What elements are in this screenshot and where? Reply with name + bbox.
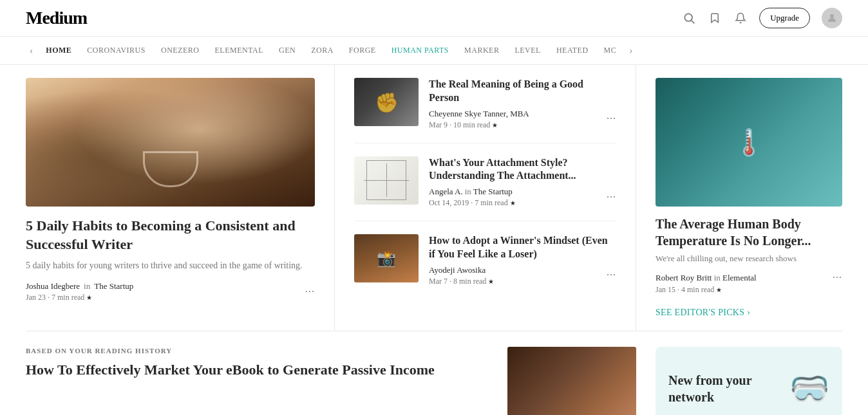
- featured-more-button[interactable]: ···: [305, 286, 315, 298]
- featured-star-icon: ★: [86, 294, 92, 301]
- article-author-line-2: Angela A. in The Startup: [429, 187, 516, 197]
- bottom-right: New from your network 🥽: [636, 347, 842, 415]
- article-row-meta-3: Ayodeji Awosika Mar 7 · 8 min read ★ ···: [429, 265, 616, 286]
- nav-item-gen[interactable]: GEN: [272, 43, 302, 58]
- article-thumbnail-2[interactable]: [354, 156, 419, 205]
- featured-hero-image[interactable]: [26, 78, 315, 207]
- article-row-content-2: What's Your Attachment Style? Understand…: [429, 156, 616, 208]
- svg-line-1: [692, 21, 695, 24]
- featured-article-section: 5 Daily Habits to Becoming a Consistent …: [26, 65, 335, 331]
- article-more-3[interactable]: ···: [607, 270, 616, 281]
- right-author-info: Robert Roy Britt in Elemental: [656, 273, 757, 283]
- featured-meta-details: Jan 23 · 7 min read ★: [26, 293, 133, 302]
- right-article-subtitle: We're all chilling out, new research sho…: [656, 253, 842, 264]
- bottom-article: BASED ON YOUR READING HISTORY How To Eff…: [26, 347, 507, 415]
- main-content: 5 Daily Habits to Becoming a Consistent …: [0, 65, 868, 331]
- article-row: The Real Meaning of Being a Good Person …: [354, 78, 616, 143]
- article-pub-2[interactable]: The Startup: [473, 187, 513, 196]
- nav-item-home[interactable]: HOME: [39, 43, 78, 58]
- hero-image-decoration: [26, 78, 315, 207]
- header-actions: Upgrade: [682, 8, 842, 28]
- nav-item-mc[interactable]: MC: [598, 43, 623, 58]
- reading-history-label: BASED ON YOUR READING HISTORY: [26, 347, 488, 355]
- right-publication[interactable]: Elemental: [722, 273, 757, 282]
- article-row: How to Adopt a Winner's Mindset (Even if…: [354, 234, 616, 299]
- right-in-text: in: [714, 273, 722, 282]
- article-row-meta-2: Angela A. in The Startup Oct 14, 2019 · …: [429, 187, 616, 208]
- nav-item-level[interactable]: LEVEL: [508, 43, 547, 58]
- article-row: What's Your Attachment Style? Understand…: [354, 156, 616, 222]
- featured-article-meta: Joshua Idegbere in The Startup Jan 23 · …: [26, 281, 315, 302]
- svg-point-2: [830, 14, 834, 18]
- right-meta-line: Jan 15 · 4 min read ★: [656, 285, 842, 295]
- article-thumbnail-1[interactable]: [354, 78, 419, 126]
- search-icon[interactable]: [682, 11, 696, 25]
- nav-item-marker[interactable]: MARKER: [458, 43, 505, 58]
- article-author-3[interactable]: Ayodeji Awosika: [429, 265, 494, 275]
- article-author-1[interactable]: Cheyenne Skye Tanner, MBA: [429, 109, 529, 119]
- article-date-1: Mar 9 · 10 min read ★: [429, 120, 529, 130]
- new-network-title: New from your network: [668, 372, 789, 405]
- notification-icon[interactable]: [733, 11, 748, 25]
- attachment-chart: [354, 156, 419, 205]
- featured-publication[interactable]: The Startup: [94, 281, 133, 291]
- see-editors-picks-link[interactable]: SEE EDITOR'S PICKS ›: [656, 308, 842, 318]
- cross-vertical: [386, 163, 387, 198]
- bottom-thumbnail: [507, 347, 636, 415]
- nav-item-forge[interactable]: FORGE: [343, 43, 382, 58]
- featured-author-line: Joshua Idegbere in The Startup: [26, 281, 133, 291]
- article-in-2: in: [465, 187, 473, 196]
- bottom-section: BASED ON YOUR READING HISTORY How To Eff…: [0, 331, 868, 415]
- right-more-button[interactable]: ···: [833, 272, 842, 284]
- upgrade-button[interactable]: Upgrade: [759, 8, 810, 28]
- featured-in-text: in: [84, 281, 90, 291]
- article-row-meta-1: Cheyenne Skye Tanner, MBA Mar 9 · 10 min…: [429, 109, 616, 130]
- nav-item-heated[interactable]: HEATED: [550, 43, 595, 58]
- featured-author[interactable]: Joshua Idegbere: [26, 281, 80, 291]
- article-row-meta-left-3: Ayodeji Awosika Mar 7 · 8 min read ★: [429, 265, 494, 286]
- avatar[interactable]: [822, 8, 842, 28]
- article-date-3: Mar 7 · 8 min read ★: [429, 277, 494, 286]
- right-author-line: Robert Roy Britt in Elemental ···: [656, 272, 842, 284]
- header: Medium Upgrade: [0, 0, 868, 37]
- svg-point-0: [685, 14, 693, 21]
- article-row-content-3: How to Adopt a Winner's Mindset (Even if…: [429, 234, 616, 286]
- vr-icon: 🥽: [789, 370, 829, 407]
- bottom-article-title[interactable]: How To Effectively Market Your eBook to …: [26, 361, 488, 380]
- nav-item-human-parts[interactable]: HUMAN PARTS: [385, 43, 455, 58]
- nav-next-arrow[interactable]: ›: [625, 44, 636, 58]
- see-editors-label: SEE EDITOR'S PICKS: [656, 308, 744, 318]
- right-hero-image[interactable]: [656, 78, 842, 207]
- article-row-title-2[interactable]: What's Your Attachment Style? Understand…: [429, 156, 616, 183]
- article-row-meta-left-2: Angela A. in The Startup Oct 14, 2019 · …: [429, 187, 516, 208]
- article-row-content-1: The Real Meaning of Being a Good Person …: [429, 78, 616, 130]
- bottom-article-image[interactable]: [507, 347, 636, 415]
- article-thumbnail-3[interactable]: [354, 234, 419, 282]
- middle-articles-section: The Real Meaning of Being a Good Person …: [335, 65, 636, 331]
- nav-bar: ‹ HOME CORONAVIRUS ONEZERO ELEMENTAL GEN…: [0, 37, 868, 65]
- cross-horizontal: [364, 180, 409, 181]
- featured-article-title[interactable]: 5 Daily Habits to Becoming a Consistent …: [26, 217, 315, 254]
- right-article-title[interactable]: The Average Human Body Temperature Is No…: [656, 216, 842, 249]
- nav-item-onezero[interactable]: ONEZERO: [155, 43, 206, 58]
- article-row-title-3[interactable]: How to Adopt a Winner's Mindset (Even if…: [429, 234, 616, 261]
- featured-article-subtitle: 5 daily habits for young writers to thri…: [26, 259, 315, 272]
- nav-item-elemental[interactable]: ELEMENTAL: [208, 43, 270, 58]
- article-more-1[interactable]: ···: [607, 113, 616, 125]
- article-row-title-1[interactable]: The Real Meaning of Being a Good Person: [429, 78, 616, 105]
- article-more-2[interactable]: ···: [607, 192, 616, 203]
- logo: Medium: [26, 8, 87, 28]
- new-network-card[interactable]: New from your network 🥽: [656, 347, 842, 415]
- article-date-2: Oct 14, 2019 · 7 min read ★: [429, 198, 516, 208]
- nav-item-coronavirus[interactable]: CORONAVIRUS: [80, 43, 152, 58]
- see-editors-arrow: ›: [747, 308, 750, 318]
- article-author-2[interactable]: Angela A.: [429, 187, 463, 196]
- right-article-section: The Average Human Body Temperature Is No…: [636, 65, 842, 331]
- right-hero-decoration: [656, 78, 842, 207]
- bookmark-icon[interactable]: [708, 11, 722, 25]
- article-row-meta-left-1: Cheyenne Skye Tanner, MBA Mar 9 · 10 min…: [429, 109, 529, 130]
- right-author[interactable]: Robert Roy Britt: [656, 273, 712, 282]
- nav-item-zora[interactable]: ZORA: [305, 43, 340, 58]
- nav-prev-arrow[interactable]: ‹: [26, 44, 37, 58]
